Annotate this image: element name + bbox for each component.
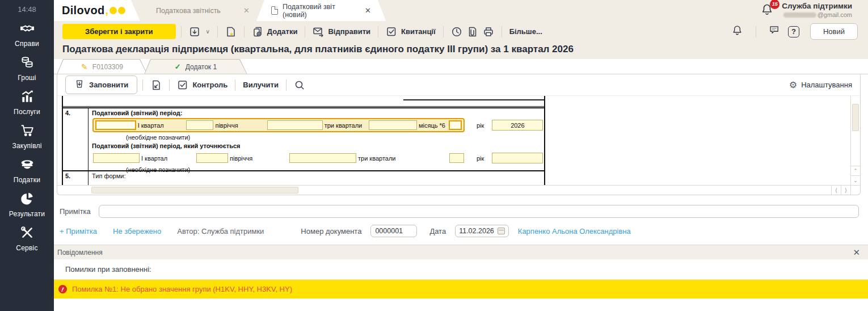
scroll-left-button[interactable]: ⟨ [831,186,841,195]
new-button[interactable]: Новий [810,23,858,40]
divider [235,79,235,91]
settings-button[interactable]: ⚙ Налаштування [789,79,852,90]
sidebar-item-zakupivli[interactable]: Закупівлі [0,123,54,150]
tools-icon [20,225,35,242]
calendar-icon[interactable] [498,228,505,234]
row4-clarified-title: Податковий (звітний) період, який уточню… [92,142,544,149]
sidebar-item-podatky[interactable]: Податки [0,157,54,184]
sidebar-item-label: Закупівлі [12,142,41,150]
documents-plus-icon [252,26,263,37]
period-highlight-box: І квартал півріччя три квартали місяць *… [92,118,465,132]
date-input[interactable]: 11.02.2026 [455,225,509,237]
close-icon[interactable]: ✕ [853,247,860,258]
period-month-input[interactable] [369,120,417,130]
error-icon: ! [57,284,68,295]
divider [286,79,286,91]
sidebar-item-servis[interactable]: Сервіс [0,225,54,252]
tab-tax-reporting[interactable]: Податкова звітність ✕ [140,0,256,21]
scrollbar-corner [850,186,860,195]
clarified-extra-input[interactable] [449,153,464,163]
sidebar-item-rezultaty[interactable]: Результати [0,191,54,218]
unsaved-status-link[interactable]: Не збережено [113,227,161,236]
form-toolbar: Заповнити Контроль Вилучити ⚙ Налаштуван… [57,74,860,95]
mark-required-note: (необхідне позначити) [126,134,544,141]
tax-form-page: 4. Податковий (звітний) період: І кварта… [62,96,545,185]
sidebar-item-hroshi[interactable]: Гроші [0,55,54,82]
status-bar: + Примітка Не збережено Автор: Служба пі… [54,218,868,237]
save-button[interactable]: ∨ [187,26,212,37]
doc-number-input[interactable] [370,225,417,237]
history-button[interactable] [449,26,465,37]
more-button[interactable]: Більше... [507,27,545,36]
receipts-button[interactable]: Квитанції [384,26,438,37]
clarified-q1-input[interactable] [93,153,140,163]
cart-icon [20,123,35,140]
form-viewport: 4. Податковий (звітний) період: І кварта… [57,95,860,185]
sidebar-item-posluhy[interactable]: Послуги [0,89,54,116]
divider [502,26,502,37]
vertical-scrollbar[interactable]: ⌃ ⌄ [850,96,860,185]
add-note-link[interactable]: + Примітка [60,227,97,236]
row5-title: Тип форми: [92,173,544,179]
fill-button[interactable]: Заповнити [65,75,137,94]
help-button[interactable]: ? [788,26,799,37]
attachments-button[interactable]: Додатки [250,26,300,37]
tab-tax-report-new[interactable]: Податковий звіт (новий) ✕ [256,0,386,21]
app-logo[interactable]: Dilovod, [54,0,140,21]
scroll-down-button[interactable]: ⌄ [851,175,860,185]
chat-button[interactable] [769,24,781,39]
close-icon[interactable]: ✕ [243,6,250,15]
messages-panel: Повідомлення ✕ Помилки при заповненні: !… [54,245,868,310]
horizontal-scroll-thumb[interactable] [91,187,298,194]
period-3q-input[interactable] [267,120,322,130]
remove-button[interactable]: Вилучити [241,81,281,89]
divider [756,26,756,37]
control-button[interactable]: Контроль [175,79,230,91]
clock-icon [451,26,462,37]
logo-dot [118,7,125,14]
horizontal-scrollbar[interactable]: ⟨ ⟩ [57,185,860,195]
tab-f0103309[interactable]: ✎F0103309 [57,59,148,74]
note-input[interactable] [99,205,859,218]
errors-header-row: Помилки при заповненні: [54,259,868,280]
period-q1-input[interactable] [95,120,136,130]
document-export-icon [150,79,162,91]
sidebar-item-spravy[interactable]: Справи [0,21,54,48]
page-title: Податкова декларація підприємця (квартал… [54,42,868,55]
clarified-year-input[interactable] [492,153,543,163]
search-button[interactable] [292,79,307,91]
messages-title: Повідомлення [57,249,103,257]
clock-time: 14:48 [0,0,54,14]
vertical-scroll-thumb[interactable] [852,104,859,131]
error-row[interactable]: ! Помилка №1: Не обрано значення групи (… [54,280,868,299]
gear-icon: ⚙ [789,79,797,90]
form-row-5: 5. Тип форми: [63,170,544,185]
send-button[interactable]: Відправити [310,26,373,37]
form-card: Заповнити Контроль Вилучити ⚙ Налаштуван… [57,74,861,195]
export-pdf-button[interactable] [148,79,164,91]
favorite-template-button[interactable] [223,26,239,37]
clarified-3q-input[interactable] [289,153,356,163]
document-star-icon [225,26,237,37]
scroll-up-button[interactable]: ⌃ [851,166,860,175]
table-line [63,106,544,107]
scroll-right-button[interactable]: ⟩ [841,186,850,195]
chevron-down-icon[interactable]: ∨ [206,28,210,35]
reminders-bell-button[interactable] [731,24,743,39]
save-and-close-button[interactable]: Зберегти і закрити [62,24,176,39]
period-extra-input[interactable] [449,120,462,130]
signer-link[interactable]: Карпенко Альона Олександрівна [518,227,631,236]
print-button[interactable] [481,26,496,37]
notifications-bell-button[interactable]: 15 [760,3,774,19]
tab-dodatok-1[interactable]: ✓Додаток 1 [144,59,247,74]
divider [378,26,378,37]
document-icon [271,6,278,15]
year-input[interactable]: 2026 [492,120,543,131]
period-half-input[interactable] [186,120,214,130]
table-line [403,99,544,100]
attach-file-button[interactable] [465,26,481,37]
row-number: 4. [63,108,89,173]
clarified-half-input[interactable] [196,153,228,163]
user-account[interactable]: Служба підтримки @gmail.com [782,2,852,19]
close-icon[interactable]: ✕ [365,6,371,15]
